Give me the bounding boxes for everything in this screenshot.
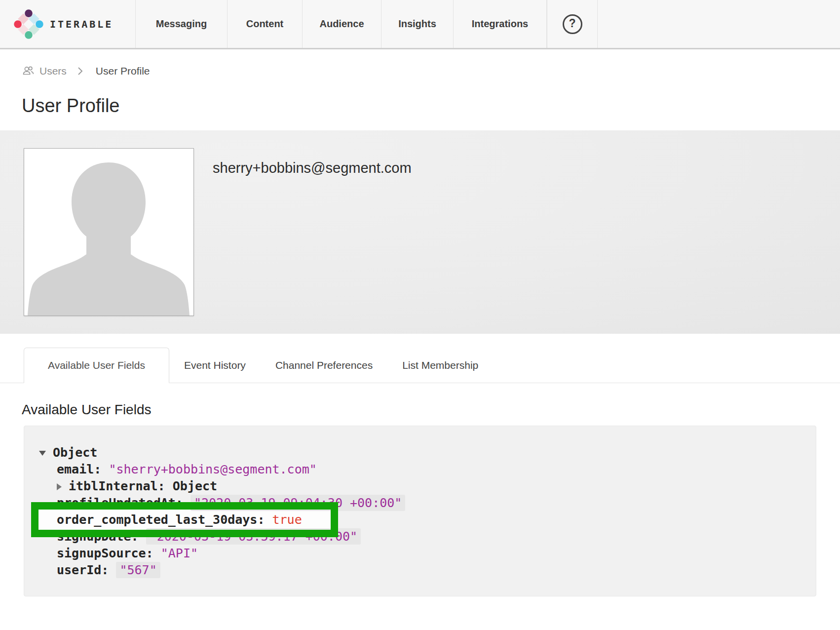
breadcrumb-current-label: User Profile (96, 65, 150, 77)
nav-item-content[interactable]: Content (227, 0, 302, 48)
tab-label: List Membership (402, 359, 478, 371)
tab-label: Available User Fields (48, 359, 145, 371)
field-row-signupSource: signupSource: "API" (24, 545, 816, 562)
help-button[interactable]: ? (547, 0, 598, 48)
profile-tabs: Available User Fields Event History Chan… (0, 348, 840, 383)
field-key: signupSource: (57, 546, 153, 560)
field-row-itblInternal[interactable]: itblInternal: Object (24, 478, 816, 495)
help-icon: ? (563, 14, 582, 34)
nav-item-integrations[interactable]: Integrations (453, 0, 547, 48)
field-key: signupDate: (57, 529, 139, 544)
field-value: Object (173, 479, 217, 493)
field-row-userId: userId: "567" (24, 562, 816, 579)
field-key: order_completed_last_30days: (57, 512, 265, 527)
field-value: "API" (161, 546, 198, 560)
field-value: "2020-03-19 03:59:17 +00:00" (146, 528, 361, 545)
tree-root-label: Object (53, 445, 97, 460)
field-row-signupDate: signupDate: "2020-03-19 03:59:17 +00:00" (24, 528, 816, 545)
field-row-profileUpdatedAt: profileUpdatedAt: "2020-03-19 09:04:30 +… (24, 495, 816, 512)
tree-root-row[interactable]: Object (24, 444, 816, 461)
top-nav: ITERABLE Messaging Content Audience Insi… (0, 0, 840, 49)
tab-label: Channel Preferences (275, 359, 373, 371)
iterable-logo[interactable]: ITERABLE (0, 0, 135, 48)
tab-channel-preferences[interactable]: Channel Preferences (261, 348, 387, 383)
breadcrumb-root-label: Users (39, 65, 67, 77)
brand-name: ITERABLE (50, 18, 113, 30)
nav-item-label: Insights (398, 18, 436, 30)
tab-event-history[interactable]: Event History (169, 348, 261, 383)
nav-item-label: Messaging (156, 18, 207, 30)
caret-down-icon[interactable] (39, 451, 46, 456)
field-row-email: email: "sherry+bobbins@segment.com" (24, 461, 816, 478)
tab-label: Event History (184, 359, 246, 371)
avatar-placeholder-icon (24, 149, 193, 315)
caret-right-icon[interactable] (57, 483, 62, 490)
field-value: "2020-03-19 09:04:30 +00:00" (191, 495, 405, 511)
field-key: itblInternal: (69, 479, 165, 493)
users-icon (22, 64, 35, 78)
breadcrumb: Users User Profile (22, 64, 840, 78)
breadcrumb-users-link[interactable]: Users (22, 64, 67, 78)
tab-list-membership[interactable]: List Membership (387, 348, 493, 383)
field-key: email: (57, 462, 101, 476)
iterable-logo-icon (14, 9, 43, 39)
nav-item-label: Content (246, 18, 284, 30)
field-value: true (272, 512, 302, 527)
tab-available-user-fields[interactable]: Available User Fields (24, 348, 169, 383)
field-key: profileUpdatedAt: (57, 496, 183, 510)
nav-item-audience[interactable]: Audience (302, 0, 381, 48)
nav-item-label: Audience (319, 18, 364, 30)
field-row-order_completed_last_30days: order_completed_last_30days: true (24, 512, 816, 528)
user-fields-panel: Object email: "sherry+bobbins@segment.co… (24, 426, 816, 596)
field-value: "567" (116, 562, 160, 578)
profile-hero: sherry+bobbins@segment.com (0, 130, 840, 334)
page-title: User Profile (22, 95, 840, 117)
chevron-right-icon (77, 67, 83, 76)
field-key: userId: (57, 563, 109, 577)
field-value: "sherry+bobbins@segment.com" (109, 462, 316, 476)
nav-item-label: Integrations (472, 18, 528, 30)
user-email: sherry+bobbins@segment.com (213, 160, 412, 176)
section-heading: Available User Fields (22, 402, 840, 418)
avatar (24, 148, 194, 316)
nav-item-messaging[interactable]: Messaging (135, 0, 227, 48)
nav-item-insights[interactable]: Insights (381, 0, 453, 48)
